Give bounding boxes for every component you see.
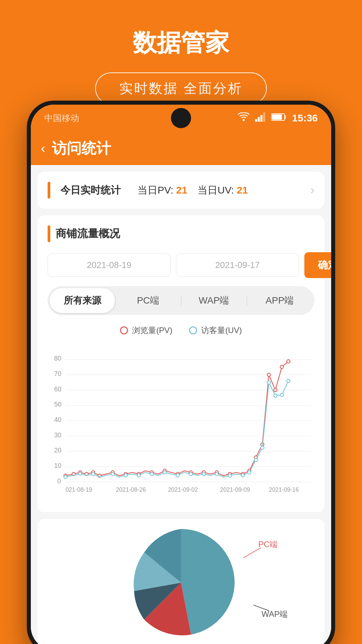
- svg-point-66: [228, 474, 232, 477]
- svg-text:20: 20: [54, 446, 61, 454]
- app-header: ‹ 访问统计: [31, 131, 331, 165]
- svg-point-52: [280, 365, 284, 369]
- svg-text:70: 70: [54, 370, 61, 377]
- pie-label-pc: PC端: [258, 539, 278, 550]
- svg-point-53: [287, 360, 290, 363]
- svg-text:60: 60: [54, 385, 61, 393]
- tab-all-sources[interactable]: 所有来源: [50, 288, 115, 313]
- svg-point-68: [248, 471, 251, 474]
- date-start-input[interactable]: [48, 254, 171, 277]
- svg-text:2021-09-09: 2021-09-09: [220, 486, 250, 493]
- page-title: 访问统计: [52, 139, 111, 158]
- traffic-header: 商铺流量概况: [48, 225, 314, 242]
- svg-point-70: [261, 446, 264, 449]
- svg-point-58: [124, 474, 127, 477]
- pv-legend-dot: [120, 326, 128, 334]
- section-indicator-2: [48, 225, 50, 242]
- status-time: 15:36: [292, 112, 318, 124]
- tab-wap[interactable]: WAP端: [181, 288, 247, 313]
- uv-legend-dot: [189, 326, 197, 334]
- pv-stat: 当日PV: 21: [137, 183, 187, 197]
- app-title: 数据管家: [133, 27, 229, 59]
- svg-text:021-08-19: 021-08-19: [65, 486, 92, 493]
- svg-point-55: [78, 472, 82, 475]
- svg-point-64: [202, 472, 205, 476]
- pie-chart-svg: [124, 526, 238, 640]
- today-stats-label: 今日实时统计: [60, 183, 121, 197]
- svg-point-63: [189, 472, 192, 476]
- today-stats-arrow[interactable]: ›: [310, 183, 314, 197]
- phone-frame: 中国移动: [27, 101, 335, 644]
- wifi-icon: [238, 112, 250, 124]
- uv-label: 当日UV:: [197, 184, 234, 196]
- svg-text:50: 50: [54, 400, 61, 408]
- svg-point-0: [243, 119, 245, 121]
- svg-rect-4: [263, 112, 265, 122]
- uv-legend-label: 访客量(UV): [201, 325, 242, 336]
- carrier-label: 中国移动: [44, 112, 79, 124]
- svg-point-57: [111, 472, 114, 476]
- tab-app[interactable]: APP端: [247, 288, 312, 313]
- uv-value: 21: [237, 184, 248, 196]
- pie-label-wap: WAP端: [261, 609, 288, 620]
- svg-text:2021-08-26: 2021-08-26: [116, 486, 146, 493]
- tab-pc[interactable]: PC端: [115, 288, 181, 313]
- svg-point-51: [274, 388, 277, 392]
- legend-uv: 访客量(UV): [189, 325, 242, 336]
- svg-text:40: 40: [54, 416, 61, 423]
- svg-point-72: [274, 394, 277, 397]
- status-bar: 中国移动: [31, 105, 331, 131]
- camera-notch: [171, 108, 191, 128]
- status-icons: 15:36: [238, 112, 318, 124]
- date-range: 确定: [48, 252, 314, 278]
- traffic-section-title: 商铺流量概况: [56, 226, 120, 241]
- svg-point-61: [163, 471, 167, 474]
- svg-rect-6: [272, 114, 282, 120]
- confirm-button[interactable]: 确定: [304, 252, 331, 278]
- top-section: 数据管家 实时数据 全面分析: [0, 0, 362, 118]
- traffic-card: 商铺流量概况 确定 所有来源 PC端 WAP端 APP端: [38, 215, 324, 512]
- svg-text:2021-09-16: 2021-09-16: [269, 486, 299, 493]
- battery-icon: [271, 113, 287, 123]
- tagline-button[interactable]: 实时数据 全面分析: [95, 72, 266, 104]
- svg-point-71: [267, 381, 270, 384]
- signal-icon: [255, 112, 266, 124]
- phone-screen: 中国移动: [31, 105, 331, 644]
- svg-text:2021-09-02: 2021-09-02: [168, 486, 198, 493]
- svg-point-62: [176, 474, 179, 477]
- svg-text:80: 80: [54, 355, 61, 362]
- chart-legend: 浏览量(PV) 访客量(UV): [48, 325, 314, 336]
- svg-rect-1: [255, 119, 257, 122]
- section-indicator: [48, 182, 50, 199]
- svg-point-56: [92, 472, 95, 476]
- source-tabs: 所有来源 PC端 WAP端 APP端: [48, 286, 314, 315]
- pv-value: 21: [176, 184, 187, 196]
- uv-stat: 当日UV: 21: [197, 183, 248, 197]
- svg-point-59: [137, 474, 140, 477]
- svg-rect-3: [260, 115, 262, 122]
- date-end-input[interactable]: [176, 254, 299, 277]
- svg-point-67: [241, 474, 245, 477]
- svg-rect-2: [258, 117, 260, 122]
- svg-text:30: 30: [54, 431, 61, 439]
- svg-point-60: [150, 472, 154, 476]
- pie-line-pc: [243, 547, 261, 558]
- legend-pv: 浏览量(PV): [120, 325, 172, 336]
- svg-point-54: [64, 475, 67, 479]
- svg-point-50: [267, 373, 270, 376]
- pv-legend-label: 浏览量(PV): [132, 325, 172, 336]
- svg-point-74: [287, 379, 290, 383]
- svg-point-69: [254, 459, 257, 462]
- svg-point-73: [280, 393, 284, 397]
- line-chart: 0 10 20 30 40 50 60 70: [48, 341, 314, 502]
- content-area: 今日实时统计 当日PV: 21 当日UV: 21 › 商铺流量概况: [31, 165, 331, 644]
- svg-point-65: [215, 472, 219, 476]
- pv-label: 当日PV:: [137, 184, 173, 196]
- pie-chart-section: PC端 WAP端: [38, 519, 324, 644]
- chart-svg: 0 10 20 30 40 50 60 70: [48, 341, 314, 502]
- back-button[interactable]: ‹: [41, 141, 45, 156]
- svg-text:0: 0: [57, 477, 61, 485]
- today-stats-card: 今日实时统计 当日PV: 21 当日UV: 21 ›: [38, 172, 324, 209]
- svg-text:10: 10: [54, 462, 61, 469]
